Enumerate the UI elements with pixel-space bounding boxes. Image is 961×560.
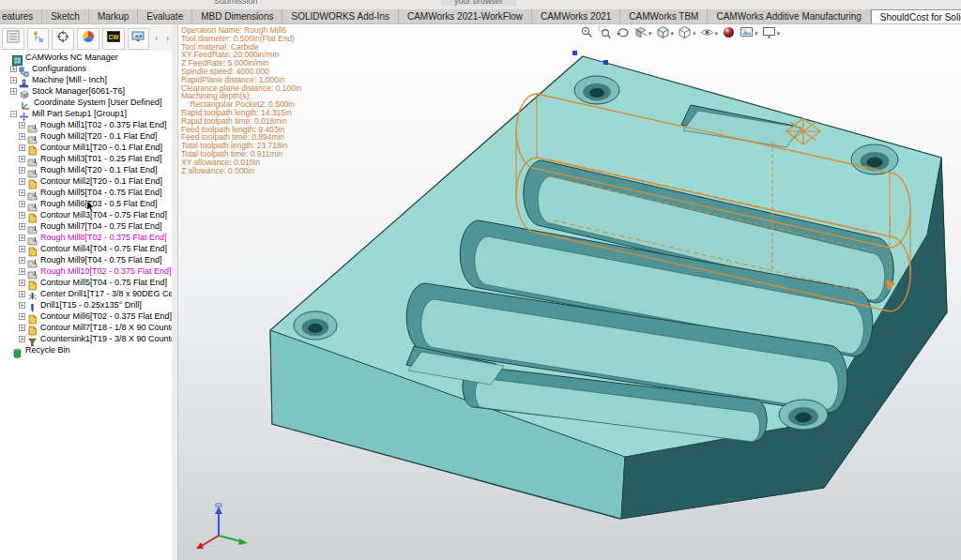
setup-origin-icon[interactable] — [603, 60, 608, 65]
tab-shouldcost-for-solidworks-cam[interactable]: ShouldCost for SolidWorks CAM — [871, 9, 961, 23]
tab-sketch[interactable]: Sketch — [42, 9, 89, 23]
tree-view-button[interactable] — [2, 28, 24, 50]
camworks-button[interactable]: CW — [102, 28, 125, 50]
tab-camworks-2021[interactable]: CAMWorks 2021 — [532, 9, 620, 23]
tree-item-drill1[interactable]: +Drill1[T15 - 0.25x135° Drill] — [0, 299, 172, 310]
tree-item-countersink1[interactable]: +Countersink1[T19 - 3/8 X 90 Countersink… — [0, 333, 172, 344]
view-orientation-button[interactable]: ▾ — [656, 25, 675, 43]
expand-icon[interactable]: + — [10, 66, 17, 72]
tree-item-contour-mill6[interactable]: +Contour Mill6[T02 - 0.375 Flat End] — [0, 310, 172, 322]
tab-solidworks-add-ins[interactable]: SOLIDWORKS Add-Ins — [282, 9, 398, 23]
expand-icon[interactable]: + — [19, 257, 25, 264]
expand-icon[interactable]: + — [19, 291, 25, 297]
origin-marker-icon[interactable] — [572, 51, 577, 55]
countersunk-hole-4 — [779, 400, 828, 430]
tree-item-contour-mill4[interactable]: +Contour Mill4[T04 - 0.75 Flat End] — [0, 243, 172, 254]
tree-item-camworks-nc-manager[interactable]: CAMWorks NC Manager — [0, 52, 172, 63]
tab-markup[interactable]: Markup — [89, 9, 138, 23]
expand-icon[interactable]: + — [19, 325, 25, 331]
panel-splitter[interactable] — [172, 24, 178, 560]
display-manager-button[interactable] — [128, 28, 150, 50]
tab-camworks-tbm[interactable]: CAMWorks TBM — [620, 9, 708, 23]
tab-camworks-additive-manufacturing[interactable]: CAMWorks Additive Manufacturing — [708, 9, 870, 23]
panel-forward-chevron[interactable]: › — [163, 34, 172, 43]
countersink-icon — [27, 334, 38, 344]
expand-icon[interactable]: + — [19, 268, 25, 275]
expand-icon[interactable]: + — [10, 77, 17, 83]
tree-item-contour-mill7[interactable]: +Contour Mill7[T18 - 1/8 X 90 Countersin… — [0, 322, 172, 333]
hide-show-items-button[interactable]: ▾ — [700, 25, 719, 43]
contour-mill-icon — [27, 278, 38, 288]
expand-icon[interactable]: + — [19, 178, 25, 185]
expand-icon[interactable]: + — [19, 144, 25, 151]
tree-item-contour-mill5[interactable]: +Contour Mill5[T04 - 0.75 Flat End] — [0, 277, 172, 288]
chevron-down-icon[interactable]: ▾ — [715, 30, 719, 38]
tree-item-coordinate-system[interactable]: Coordinate System [User Defined] — [0, 97, 172, 108]
expand-icon[interactable]: + — [19, 336, 25, 342]
feature-manager-button[interactable] — [27, 28, 50, 50]
mill-setup-icon — [19, 109, 29, 119]
zoom-area-button[interactable] — [598, 25, 612, 43]
tab-evaluate[interactable]: Evaluate — [138, 9, 192, 23]
tree-item-rough-mill10[interactable]: +Rough Mill10[T02 - 0.375 Flat End] — [0, 265, 172, 277]
chevron-down-icon[interactable]: ▾ — [777, 30, 781, 38]
expand-icon[interactable]: + — [19, 133, 25, 140]
expand-icon[interactable]: + — [19, 313, 25, 320]
section-view-button[interactable]: ▾ — [633, 25, 652, 43]
expand-icon[interactable]: + — [10, 88, 17, 95]
expand-icon[interactable]: + — [19, 156, 25, 162]
expand-icon[interactable]: + — [19, 280, 25, 286]
chevron-down-icon[interactable]: ▾ — [671, 30, 675, 38]
expand-icon[interactable]: + — [19, 212, 25, 219]
tree-item-rough-mill7[interactable]: +Rough Mill7[T04 - 0.75 Flat End] — [0, 220, 172, 232]
expand-icon[interactable]: + — [19, 302, 25, 309]
tree-item-contour-mill1[interactable]: +Contour Mill1[T20 - 0.1 Flat End] — [0, 142, 172, 153]
center-drill-icon — [27, 289, 38, 299]
previous-view-button[interactable] — [616, 25, 630, 43]
tree-item-recycle-bin[interactable]: Recycle Bin — [0, 344, 172, 356]
expand-icon[interactable]: + — [19, 122, 25, 129]
expand-icon[interactable]: + — [19, 201, 25, 207]
expand-icon[interactable]: + — [19, 223, 25, 230]
expand-icon[interactable]: + — [19, 246, 25, 252]
graphics-viewport[interactable]: Operation Name: Rough Mill6Tool diameter… — [178, 24, 961, 560]
tree-item-rough-mill3[interactable]: +Rough Mill3[T01 - 0.25 Flat End] — [0, 153, 172, 164]
target-button[interactable] — [52, 28, 74, 50]
tree-item-label: Coordinate System [User Defined] — [34, 98, 162, 107]
tree-item-rough-mill5[interactable]: +Rough Mill5[T04 - 0.75 Flat End] — [0, 187, 172, 198]
nc-manager-icon — [12, 53, 23, 63]
tree-item-rough-mill4[interactable]: +Rough Mill4[T20 - 0.1 Flat End] — [0, 164, 172, 175]
tree-item-rough-mill6[interactable]: +Rough Mill6[T03 - 0.5 Flat End] — [0, 198, 172, 209]
panel-back-chevron[interactable]: ‹ — [152, 34, 160, 43]
color-wheel-button[interactable] — [77, 28, 99, 50]
tree-item-contour-mill2[interactable]: +Contour Mill2[T20 - 0.1 Flat End] — [0, 175, 172, 187]
tab-eatures[interactable]: eatures — [0, 9, 42, 23]
tree-item-center-drill1[interactable]: +Center Drill1[T17 - 3/8 x 90DEG Center … — [0, 288, 172, 299]
tree-item-rough-mill9[interactable]: +Rough Mill9[T04 - 0.75 Flat End] — [0, 254, 172, 265]
chevron-down-icon[interactable]: ▾ — [648, 30, 652, 38]
tree-item-rough-mill1[interactable]: +Rough Mill1[T02 - 0.375 Flat End] — [0, 119, 172, 130]
tree-item-stock-manager[interactable]: +Stock Manager[6061-T6] — [0, 85, 172, 97]
view-settings-button[interactable]: ▾ — [762, 25, 781, 43]
tab-mbd-dimensions[interactable]: MBD Dimensions — [192, 9, 282, 23]
rough-mill-icon — [27, 266, 38, 277]
stock-manager-icon — [19, 86, 29, 97]
contour-mill-icon — [27, 210, 38, 220]
expand-icon[interactable]: + — [19, 167, 25, 174]
display-style-button[interactable]: ▾ — [678, 25, 696, 43]
tree-item-rough-mill2[interactable]: +Rough Mill2[T20 - 0.1 Flat End] — [0, 130, 172, 142]
edit-appearance-button[interactable] — [722, 25, 736, 43]
tree-item-mill-part-setup1[interactable]: −Mill Part Setup1 [Group1] — [0, 108, 172, 119]
chevron-down-icon[interactable]: ▾ — [693, 30, 696, 38]
zoom-fit-button[interactable] — [580, 25, 594, 43]
tab-camworks-2021-workflow[interactable]: CAMWorks 2021-WorkFlow — [399, 9, 532, 23]
expand-icon[interactable]: + — [19, 189, 25, 196]
expand-icon[interactable]: + — [19, 235, 25, 241]
apply-scene-button[interactable]: ▾ — [740, 25, 758, 43]
tree-item-configurations[interactable]: +Configurations — [0, 63, 172, 74]
tree-item-machine[interactable]: +Machine [Mill - Inch] — [0, 74, 172, 85]
tree-item-rough-mill8[interactable]: +Rough Mill8[T02 - 0.375 Flat End] — [0, 232, 172, 243]
chevron-down-icon[interactable]: ▾ — [755, 30, 758, 38]
collapse-icon[interactable]: − — [10, 111, 17, 117]
zoom-fit-icon — [580, 25, 594, 43]
